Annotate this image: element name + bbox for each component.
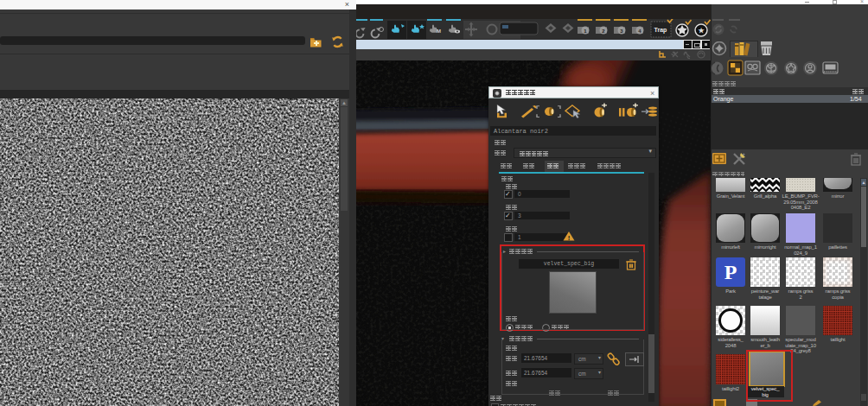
svg-text:!: ! xyxy=(568,234,571,242)
svg-text:★: ★ xyxy=(698,27,705,35)
svg-text:M: M xyxy=(437,29,441,34)
svg-text:Trap: Trap xyxy=(654,27,667,34)
